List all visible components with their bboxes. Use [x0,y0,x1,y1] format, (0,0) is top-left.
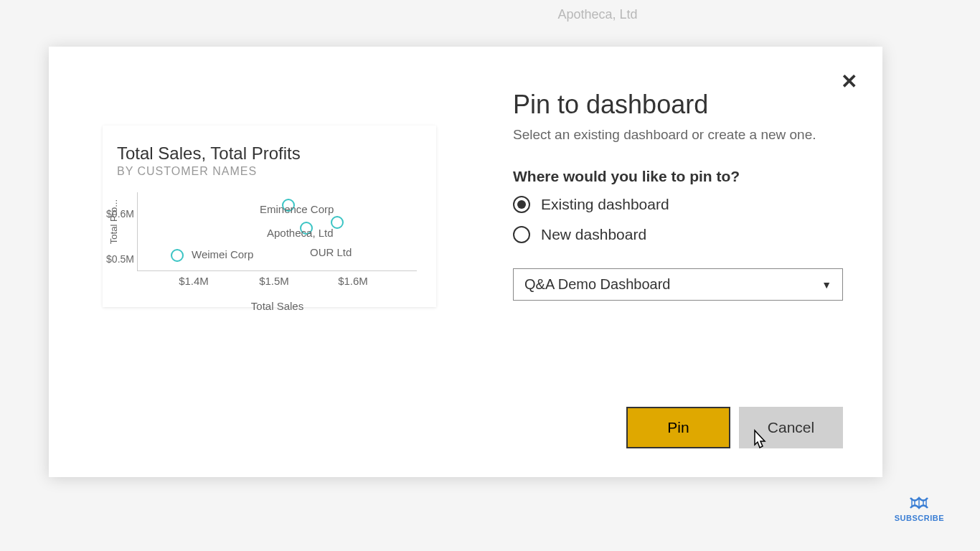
radio-label-new: New dashboard [541,226,646,243]
subscribe-badge[interactable]: SUBSCRIBE [895,495,944,522]
chart-preview-tile: Total Sales, Total Profits BY CUSTOMER N… [103,126,436,307]
dialog-title: Pin to dashboard [513,90,843,120]
data-label-our: OUR Ltd [310,246,352,258]
scatter-chart: Total Pro... $0.6M $0.5M $1.4M $1.5M $1.… [117,192,422,293]
radio-group: Existing dashboard New dashboard [513,196,843,243]
close-icon[interactable]: ✕ [841,72,857,92]
data-point-our [331,216,344,229]
x-tick: $1.5M [259,275,289,287]
chart-title: Total Sales, Total Profits [117,143,422,164]
dialog-subtitle: Select an existing dashboard or create a… [513,127,843,143]
modal-preview-pane: Total Sales, Total Profits BY CUSTOMER N… [49,47,477,477]
data-label-weimei: Weimei Corp [192,248,253,260]
dna-icon [908,495,930,511]
y-axis-label: Total Pro... [108,199,119,244]
cancel-button[interactable]: Cancel [739,407,843,448]
radio-label-existing: Existing dashboard [541,196,669,213]
radio-selected-icon [513,196,530,213]
x-axis-label: Total Sales [251,300,303,312]
background-context-text: Apotheca, Ltd [557,7,637,22]
data-point-weimei [171,249,184,262]
x-tick: $1.6M [338,275,368,287]
y-tick: $0.5M [102,253,134,265]
radio-option-new[interactable]: New dashboard [513,226,843,243]
radio-unselected-icon [513,226,530,243]
question-label: Where would you like to pin to? [513,168,843,185]
chevron-down-icon: ▼ [821,279,831,291]
chart-subtitle: BY CUSTOMER NAMES [117,165,422,178]
plot-area: $0.6M $0.5M $1.4M $1.5M $1.6M Total Sale… [137,192,417,271]
modal-form-pane: ✕ Pin to dashboard Select an existing da… [477,47,882,477]
subscribe-text: SUBSCRIBE [895,514,944,522]
dashboard-select-dropdown[interactable]: Q&A Demo Dashboard ▼ [513,268,843,301]
data-label-eminence: Eminence Corp [260,203,334,215]
pin-button[interactable]: Pin [626,407,730,448]
data-label-apotheca: Apotheca, Ltd [267,227,334,239]
button-row: Pin Cancel [626,407,843,448]
dropdown-selected-value: Q&A Demo Dashboard [524,276,670,293]
y-tick: $0.6M [102,208,134,220]
pin-to-dashboard-modal: Total Sales, Total Profits BY CUSTOMER N… [49,47,882,477]
radio-option-existing[interactable]: Existing dashboard [513,196,843,213]
x-tick: $1.4M [179,275,209,287]
